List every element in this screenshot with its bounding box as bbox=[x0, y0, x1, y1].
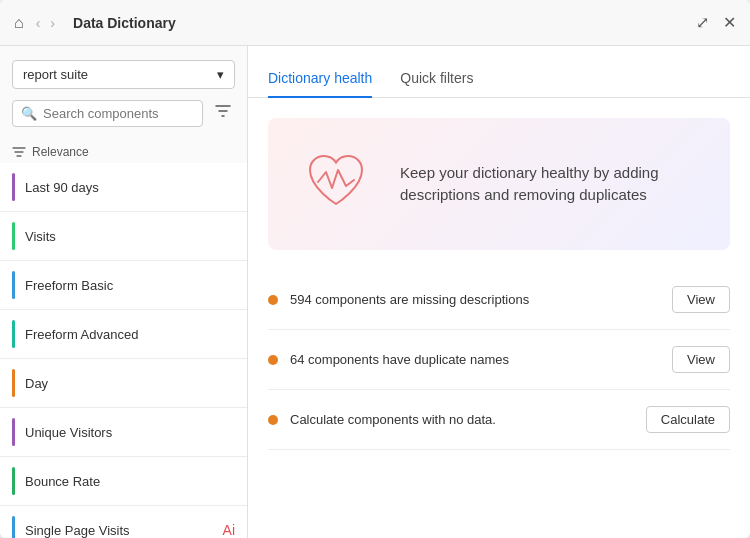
search-row: 🔍 bbox=[12, 99, 235, 127]
issue-row: 64 components have duplicate names View bbox=[268, 330, 730, 390]
issue-dot bbox=[268, 355, 278, 365]
issue-text: 64 components have duplicate names bbox=[290, 352, 672, 367]
issue-row: Calculate components with no data. Calcu… bbox=[268, 390, 730, 450]
health-card-text: Keep your dictionary healthy by adding d… bbox=[400, 162, 702, 207]
issue-action-button[interactable]: View bbox=[672, 346, 730, 373]
filter-button[interactable] bbox=[211, 99, 235, 127]
issues-container: 594 components are missing descriptions … bbox=[268, 270, 730, 450]
home-button[interactable]: ⌂ bbox=[12, 12, 26, 34]
color-bar bbox=[12, 222, 15, 250]
title-bar-right: ⤢ ✕ bbox=[694, 11, 738, 34]
tabs-bar: Dictionary healthQuick filters bbox=[248, 46, 750, 98]
color-bar bbox=[12, 369, 15, 397]
tab-dictionary-health[interactable]: Dictionary health bbox=[268, 60, 372, 98]
list-item-label: Freeform Basic bbox=[25, 278, 235, 293]
list-item[interactable]: Single Page Visits Ai bbox=[0, 506, 247, 538]
color-bar bbox=[12, 173, 15, 201]
right-panel: Dictionary healthQuick filters Keep your… bbox=[248, 46, 750, 538]
list-item[interactable]: Bounce Rate bbox=[0, 457, 247, 506]
issue-dot bbox=[268, 295, 278, 305]
list-item-label: Bounce Rate bbox=[25, 474, 235, 489]
minimize-button[interactable]: ⤢ bbox=[694, 11, 711, 34]
title-bar-left: ⌂ ‹ › Data Dictionary bbox=[12, 12, 176, 34]
color-bar bbox=[12, 271, 15, 299]
list-item[interactable]: Last 90 days bbox=[0, 163, 247, 212]
report-suite-dropdown[interactable]: report suite ▾ bbox=[12, 60, 235, 89]
list-item[interactable]: Day bbox=[0, 359, 247, 408]
search-input[interactable] bbox=[43, 106, 194, 121]
color-bar bbox=[12, 418, 15, 446]
issue-text: Calculate components with no data. bbox=[290, 412, 646, 427]
search-box: 🔍 bbox=[12, 100, 203, 127]
list-item[interactable]: Visits bbox=[0, 212, 247, 261]
back-button[interactable]: ‹ bbox=[32, 13, 45, 33]
heart-icon bbox=[296, 142, 376, 226]
adobe-icon: Ai bbox=[223, 522, 235, 538]
report-suite-label: report suite bbox=[23, 67, 88, 82]
issue-action-button[interactable]: Calculate bbox=[646, 406, 730, 433]
list-item[interactable]: Freeform Advanced bbox=[0, 310, 247, 359]
list-item[interactable]: Freeform Basic bbox=[0, 261, 247, 310]
list-item-label: Day bbox=[25, 376, 235, 391]
list-item-label: Freeform Advanced bbox=[25, 327, 235, 342]
color-bar bbox=[12, 467, 15, 495]
chevron-down-icon: ▾ bbox=[217, 67, 224, 82]
title-bar: ⌂ ‹ › Data Dictionary ⤢ ✕ bbox=[0, 0, 750, 46]
list-item-label: Visits bbox=[25, 229, 235, 244]
health-card: Keep your dictionary healthy by adding d… bbox=[268, 118, 730, 250]
list-item-label: Unique Visitors bbox=[25, 425, 235, 440]
component-list: Last 90 days Visits Freeform Basic Freef… bbox=[0, 163, 247, 538]
sort-icon bbox=[12, 145, 26, 159]
main-content: report suite ▾ 🔍 bbox=[0, 46, 750, 538]
issue-action-button[interactable]: View bbox=[672, 286, 730, 313]
issue-dot bbox=[268, 415, 278, 425]
forward-button[interactable]: › bbox=[46, 13, 59, 33]
relevance-label: Relevance bbox=[0, 137, 247, 163]
search-icon: 🔍 bbox=[21, 106, 37, 121]
filter-icon bbox=[215, 103, 231, 119]
issue-text: 594 components are missing descriptions bbox=[290, 292, 672, 307]
main-window: ⌂ ‹ › Data Dictionary ⤢ ✕ report suite ▾ bbox=[0, 0, 750, 538]
page-title: Data Dictionary bbox=[73, 15, 176, 31]
issue-row: 594 components are missing descriptions … bbox=[268, 270, 730, 330]
color-bar bbox=[12, 320, 15, 348]
list-item[interactable]: Unique Visitors bbox=[0, 408, 247, 457]
list-item-label: Last 90 days bbox=[25, 180, 235, 195]
tab-quick-filters[interactable]: Quick filters bbox=[400, 60, 473, 98]
sidebar: report suite ▾ 🔍 bbox=[0, 46, 248, 538]
sidebar-top: report suite ▾ 🔍 bbox=[0, 46, 247, 137]
close-button[interactable]: ✕ bbox=[721, 11, 738, 34]
list-item-label: Single Page Visits bbox=[25, 523, 223, 538]
panel-body: Keep your dictionary healthy by adding d… bbox=[248, 98, 750, 538]
color-bar bbox=[12, 516, 15, 538]
nav-arrows: ‹ › bbox=[32, 13, 59, 33]
